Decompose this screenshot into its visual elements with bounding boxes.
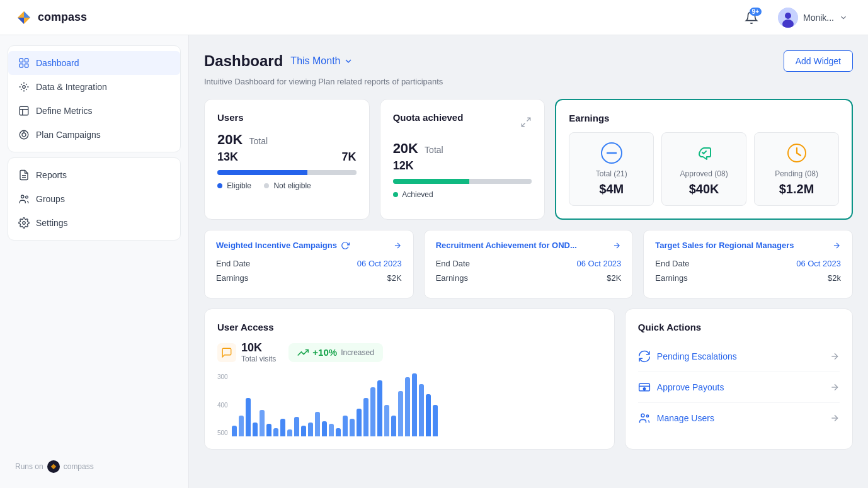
campaign-title-1: Recruitment Achievement for OND... xyxy=(436,241,622,250)
sidebar-item-reports[interactable]: Reports xyxy=(8,163,180,187)
sidebar-item-dashboard[interactable]: Dashboard xyxy=(8,51,180,75)
pending-earnings-icon xyxy=(785,142,808,164)
campaign-card-0: Weighted Incentive Campaigns End Date 06… xyxy=(204,230,414,298)
page-subtitle: Intuitive Dashboard for viewing Plan rel… xyxy=(204,77,853,86)
quota-progress-remaining xyxy=(469,179,532,184)
quota-legend: Achieved xyxy=(393,190,532,199)
earnings-card: Earnings Total (21) $4M xyxy=(555,99,853,220)
quota-total: 20K Total xyxy=(393,140,532,157)
progress-not-eligible xyxy=(307,170,356,175)
bar-item xyxy=(419,384,424,436)
legend-eligible: Eligible xyxy=(217,181,251,190)
svg-line-22 xyxy=(522,123,525,126)
sidebar-label-settings: Settings xyxy=(36,218,68,228)
month-selector[interactable]: This Month xyxy=(290,55,353,67)
refresh-icon-0[interactable] xyxy=(341,241,350,250)
bar-item xyxy=(329,424,334,436)
achieved-dot xyxy=(393,192,398,197)
manage-users-label: Manage Users xyxy=(657,413,714,423)
expand-icon[interactable] xyxy=(520,116,532,128)
arrow-right-escalations xyxy=(830,351,840,361)
total-visits-label: Total visits xyxy=(241,355,276,363)
bar-chart-container: 500 400 300 xyxy=(217,373,602,436)
legend-achieved: Achieved xyxy=(393,190,433,199)
arrow-right-icon-2[interactable] xyxy=(832,241,841,250)
sidebar-item-define-metrics[interactable]: Define Metrics xyxy=(8,99,180,123)
svg-point-4 xyxy=(785,13,791,19)
add-widget-button[interactable]: Add Widget xyxy=(784,50,853,72)
quick-actions-card: Quick Actions Pending Escalations xyxy=(625,309,853,450)
quick-action-approve-payouts[interactable]: Approve Payouts xyxy=(638,372,840,403)
quick-action-manage-users[interactable]: Manage Users xyxy=(638,403,840,433)
bar-item xyxy=(391,416,396,436)
bar-item xyxy=(246,398,251,436)
bar-item xyxy=(433,405,438,436)
topnav: compass 9+ Monik... xyxy=(0,0,868,35)
approve-payouts-label: Approve Payouts xyxy=(657,382,724,392)
increased-pct: +10% xyxy=(312,347,337,358)
bar-item xyxy=(294,417,299,436)
quick-action-pending-escalations[interactable]: Pending Escalations xyxy=(638,341,840,372)
bar-chart-axis: 500 400 300 xyxy=(217,373,228,436)
cards-row: Users 20K Total 13K 7K Eligible xyxy=(204,99,853,220)
sidebar-item-settings[interactable]: Settings xyxy=(8,211,180,235)
total-earnings-icon xyxy=(600,142,623,164)
bar-item xyxy=(315,412,320,436)
svg-point-33 xyxy=(643,388,645,390)
groups-icon xyxy=(18,193,30,205)
eligible-dot xyxy=(217,183,222,188)
campaign-row-earnings-2: Earnings $2k xyxy=(655,273,841,283)
dashboard-icon xyxy=(18,57,30,69)
svg-line-27 xyxy=(797,153,801,156)
access-stats: 10K Total visits +10% Increased xyxy=(217,341,602,363)
svg-point-10 xyxy=(23,86,26,89)
earning-label-pending: Pending (08) xyxy=(763,169,830,178)
notification-badge: 9+ xyxy=(750,8,762,16)
topnav-right: 9+ Monik... xyxy=(740,5,853,30)
sidebar-item-groups[interactable]: Groups xyxy=(8,187,180,211)
sidebar-label-dashboard: Dashboard xyxy=(36,58,79,68)
logo-text: compass xyxy=(38,11,87,24)
sidebar-item-data-integration[interactable]: Data & Integration xyxy=(8,75,180,99)
earning-item-total: Total (21) $4M xyxy=(569,132,654,206)
pending-escalations-icon xyxy=(638,350,651,363)
bar-item xyxy=(239,416,244,436)
quota-progress-bar xyxy=(393,179,532,184)
svg-rect-7 xyxy=(25,59,28,62)
earnings-grid: Total (21) $4M Approved (08) $40K xyxy=(569,132,839,206)
page-title-row: Dashboard This Month xyxy=(204,52,353,70)
page-title: Dashboard xyxy=(204,52,283,70)
user-menu[interactable]: Monik... xyxy=(773,5,853,30)
bar-item xyxy=(370,387,375,436)
notification-button[interactable]: 9+ xyxy=(740,6,763,29)
quota-card-title: Quota achieved xyxy=(393,112,464,123)
earning-value-approved: $40K xyxy=(671,182,737,196)
stat-visits: 10K Total visits xyxy=(217,341,276,363)
define-metrics-icon xyxy=(18,105,30,116)
users-card: Users 20K Total 13K 7K Eligible xyxy=(204,99,370,220)
arrow-right-payouts xyxy=(830,382,840,392)
bar-item xyxy=(350,419,355,436)
quota-card: Quota achieved 20K Total 12K xyxy=(380,99,545,220)
bar-item xyxy=(280,419,285,436)
bar-chart xyxy=(232,373,438,436)
bar-item xyxy=(287,429,292,436)
svg-rect-6 xyxy=(20,59,23,62)
sidebar-item-plan-campaigns[interactable]: Plan Campaigns xyxy=(8,123,180,147)
arrow-right-icon-1[interactable] xyxy=(612,241,621,250)
campaigns-row: Weighted Incentive Campaigns End Date 06… xyxy=(204,230,853,298)
compass-logo-icon xyxy=(15,9,33,26)
month-chevron-icon xyxy=(343,56,353,66)
svg-point-17 xyxy=(21,195,25,198)
svg-rect-9 xyxy=(25,64,28,67)
sidebar-label-plan-campaigns: Plan Campaigns xyxy=(36,130,101,140)
sidebar: Dashboard Data & Integration Define Metr… xyxy=(0,35,189,488)
arrow-right-icon-0[interactable] xyxy=(393,241,402,250)
earnings-card-title: Earnings xyxy=(569,113,839,123)
svg-rect-11 xyxy=(20,106,28,115)
page-header: Dashboard This Month Add Widget xyxy=(204,50,853,72)
users-progress-bar xyxy=(217,170,357,175)
avatar xyxy=(778,8,798,28)
users-total: 20K Total xyxy=(217,132,357,148)
user-access-card: User Access 10K Total visits xyxy=(204,309,615,450)
